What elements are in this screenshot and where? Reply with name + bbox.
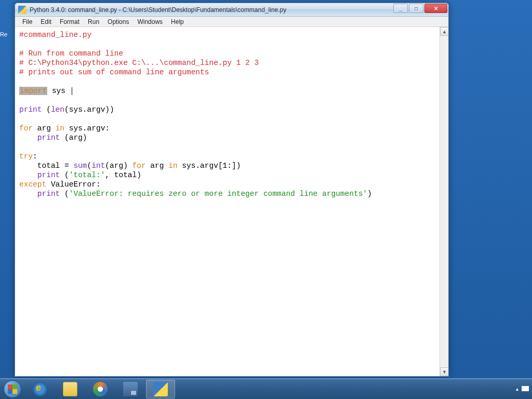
- code-text: (: [60, 190, 69, 198]
- window-controls: _ □ ✕: [393, 4, 447, 13]
- code-text: (: [87, 162, 92, 170]
- text-cursor: [72, 87, 72, 95]
- code-keyword: try: [19, 152, 33, 161]
- tray-show-hidden-icon[interactable]: ▴: [516, 386, 518, 392]
- titlebar[interactable]: Python 3.4.0: command_line.py - C:\Users…: [15, 3, 448, 17]
- menu-edit[interactable]: Edit: [36, 17, 56, 26]
- code-keyword-selected: import: [19, 87, 47, 95]
- code-content[interactable]: #command_line.py # Run from command line…: [15, 27, 448, 202]
- code-builtin: print: [37, 171, 60, 179]
- menubar: File Edit Format Run Options Windows Hel…: [15, 17, 448, 27]
- code-line: # prints out sum of command line argumen…: [19, 68, 209, 76]
- background-partial-text: Re: [0, 31, 15, 42]
- python-icon: [18, 6, 26, 14]
- minimize-button[interactable]: _: [393, 4, 408, 13]
- code-builtin: print: [37, 190, 60, 198]
- code-builtin: sum: [73, 162, 87, 170]
- code-text: total =: [19, 162, 73, 170]
- code-text: [19, 134, 37, 142]
- menu-file[interactable]: File: [18, 17, 36, 26]
- code-text: (: [60, 171, 69, 179]
- code-string: 'ValueError: requires zero or more integ…: [69, 190, 367, 198]
- folder-icon: [63, 382, 77, 396]
- idle-window: Python 3.4.0: command_line.py - C:\Users…: [15, 3, 449, 377]
- start-button[interactable]: [0, 379, 25, 400]
- code-text: (: [42, 105, 51, 114]
- code-builtin: int: [91, 162, 105, 170]
- taskbar-item-remote[interactable]: [116, 380, 145, 398]
- media-player-icon: [93, 382, 108, 396]
- code-keyword: except: [19, 180, 46, 189]
- code-keyword: for: [19, 124, 33, 132]
- editor-area[interactable]: #command_line.py # Run from command line…: [15, 27, 448, 376]
- taskbar-item-python-idle[interactable]: [146, 380, 175, 398]
- code-keyword: for: [132, 162, 146, 170]
- code-line: #command_line.py: [19, 31, 91, 39]
- code-builtin: print: [37, 134, 60, 142]
- code-text: (arg): [105, 162, 132, 170]
- system-tray: ▴: [516, 378, 529, 399]
- code-text: (arg): [60, 134, 87, 142]
- taskbar-item-media-player[interactable]: [86, 380, 115, 398]
- close-button[interactable]: ✕: [424, 4, 447, 13]
- code-keyword: in: [168, 162, 177, 170]
- taskbar-item-explorer[interactable]: [56, 380, 85, 398]
- taskbar: ▴: [0, 378, 532, 399]
- code-text: ): [367, 190, 372, 198]
- code-string: 'total:': [69, 171, 105, 179]
- code-text: sys: [47, 87, 65, 95]
- windows-flag-icon: [8, 384, 17, 394]
- code-text: sys.argv:: [64, 124, 110, 132]
- maximize-button[interactable]: □: [409, 4, 423, 13]
- code-text: [19, 190, 37, 198]
- code-text: sys.argv[1:]): [178, 162, 241, 170]
- code-text: ValueError:: [46, 180, 100, 189]
- code-text: (sys.argv)): [64, 105, 114, 114]
- ie-icon: [33, 382, 47, 396]
- menu-windows[interactable]: Windows: [133, 17, 167, 26]
- code-keyword: in: [56, 124, 64, 132]
- scroll-up-button[interactable]: ▲: [440, 27, 448, 36]
- scroll-down-button[interactable]: ▼: [440, 367, 448, 376]
- menu-run[interactable]: Run: [84, 17, 103, 26]
- action-center-icon[interactable]: [522, 386, 529, 391]
- code-text: :: [33, 152, 37, 161]
- start-orb-icon: [4, 380, 21, 398]
- code-line: # C:\Python34\python.exe C:\...\command_…: [19, 59, 259, 67]
- vertical-scrollbar[interactable]: ▲ ▼: [440, 27, 448, 376]
- python-icon: [153, 382, 168, 396]
- remote-desktop-icon: [123, 382, 138, 396]
- code-text: , total): [105, 171, 141, 179]
- menu-format[interactable]: Format: [56, 17, 84, 26]
- taskbar-item-ie[interactable]: [25, 380, 55, 398]
- code-text: arg: [146, 162, 169, 170]
- code-builtin: len: [51, 105, 64, 114]
- code-text: arg: [33, 124, 56, 132]
- code-line: # Run from command line: [19, 49, 123, 58]
- code-builtin: print: [19, 105, 42, 114]
- menu-options[interactable]: Options: [103, 17, 133, 26]
- menu-help[interactable]: Help: [167, 17, 188, 26]
- window-title: Python 3.4.0: command_line.py - C:\Users…: [30, 6, 286, 14]
- code-text: [19, 171, 37, 179]
